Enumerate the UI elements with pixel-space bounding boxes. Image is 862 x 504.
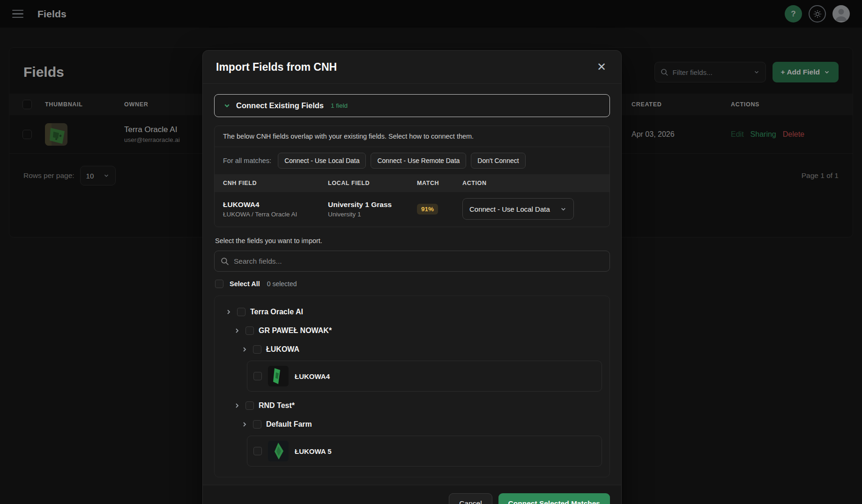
org-checkbox[interactable] [237, 308, 245, 316]
tree-field-row[interactable]: ŁUKOWA 5 [247, 436, 602, 467]
farm-label: ŁUKOWA [266, 345, 299, 354]
connect-existing-fields-toggle[interactable]: Connect Existing Fields 1 field [214, 94, 610, 117]
field-label: ŁUKOWA4 [295, 372, 330, 380]
search-fields-input[interactable] [234, 257, 603, 266]
overlap-description: The below CNH fields overlap with your e… [215, 126, 609, 147]
tree-node-group[interactable]: GR PAWEŁ NOWAK* [222, 323, 602, 338]
local-field-name: University 1 Grass [328, 200, 417, 209]
bulk-connect-local-button[interactable]: Connect - Use Local Data [278, 153, 366, 169]
cnh-field-path: ŁUKOWA / Terra Oracle AI [223, 211, 328, 218]
connect-section-title: Connect Existing Fields [236, 101, 324, 110]
chevron-right-icon[interactable] [241, 421, 248, 428]
chevron-right-icon[interactable] [225, 308, 232, 316]
match-row: ŁUKOWA4 ŁUKOWA / Terra Oracle AI Univers… [215, 192, 609, 227]
farm-checkbox[interactable] [253, 420, 261, 429]
chevron-right-icon[interactable] [241, 346, 248, 353]
col-match: MATCH [417, 180, 462, 186]
overlap-section: The below CNH fields overlap with your e… [214, 126, 610, 227]
select-all-checkbox[interactable] [215, 280, 223, 288]
match-percent-badge: 91% [417, 204, 438, 215]
cnh-field-name: ŁUKOWA4 [223, 200, 328, 209]
group-checkbox[interactable] [245, 401, 254, 410]
tree-node-org[interactable]: Terra Oracle AI [222, 304, 602, 319]
bulk-actions-label: For all matches: [223, 157, 271, 164]
field-checkbox[interactable] [253, 447, 262, 455]
action-select[interactable]: Connect - Use Local Data [462, 198, 574, 220]
selected-count: 0 selected [267, 280, 297, 288]
col-cnh-field: CNH FIELD [223, 180, 328, 186]
group-label: GR PAWEŁ NOWAK* [259, 326, 332, 335]
close-icon[interactable]: ✕ [595, 59, 608, 74]
col-action: ACTION [462, 180, 601, 186]
farm-checkbox[interactable] [253, 345, 261, 354]
field-checkbox[interactable] [253, 372, 262, 380]
field-label: ŁUKOWA 5 [295, 447, 332, 455]
match-table-header: CNH FIELD LOCAL FIELD MATCH ACTION [215, 174, 609, 192]
cancel-button[interactable]: Cancel [449, 493, 492, 504]
field-count-badge: 1 field [331, 102, 348, 109]
search-fields-box [214, 251, 610, 272]
chevron-right-icon[interactable] [233, 402, 241, 409]
tree-node-farm[interactable]: ŁUKOWA [222, 342, 602, 357]
chevron-down-icon [223, 102, 231, 110]
select-all-label: Select All [230, 280, 260, 288]
chevron-down-icon [560, 206, 567, 213]
search-icon [221, 257, 229, 266]
select-fields-prompt: Select the fields you want to import. [215, 237, 609, 245]
group-checkbox[interactable] [245, 326, 254, 335]
field-thumbnail [268, 441, 289, 461]
bulk-dont-connect-button[interactable]: Don't Connect [471, 153, 525, 169]
import-fields-modal: Import Fields from CNH ✕ Connect Existin… [202, 50, 622, 504]
farm-label: Default Farm [266, 420, 312, 429]
connect-selected-matches-button[interactable]: Connect Selected Matches [498, 493, 610, 504]
chevron-right-icon[interactable] [233, 327, 241, 334]
local-field-sub: University 1 [328, 211, 417, 218]
fields-tree: Terra Oracle AI GR PAWEŁ NOWAK* ŁUKOWA [214, 296, 610, 477]
col-local-field: LOCAL FIELD [328, 180, 417, 186]
field-thumbnail [268, 366, 289, 386]
modal-title: Import Fields from CNH [216, 61, 337, 74]
group-label: RND Test* [259, 401, 295, 410]
tree-node-group[interactable]: RND Test* [222, 398, 602, 413]
bulk-connect-remote-button[interactable]: Connect - Use Remote Data [371, 153, 466, 169]
tree-field-row[interactable]: ŁUKOWA4 [247, 361, 602, 392]
org-label: Terra Oracle AI [250, 308, 303, 316]
tree-node-farm[interactable]: Default Farm [222, 417, 602, 432]
